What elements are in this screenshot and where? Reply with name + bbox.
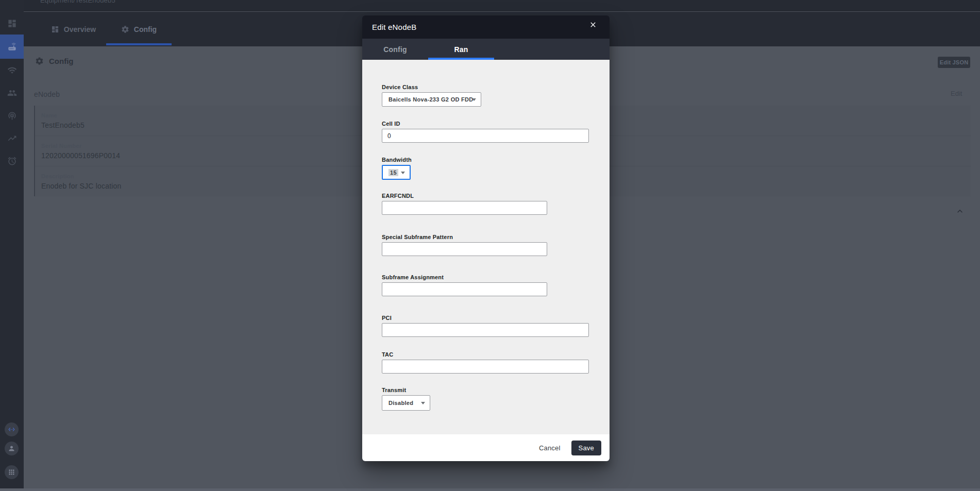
form-group-earfcndl: EARFCNDL — [382, 193, 547, 215]
bottom-strip — [0, 488, 980, 491]
gear-icon — [121, 25, 129, 33]
close-button[interactable] — [589, 21, 602, 34]
form-group-bandwidth: Bandwidth15 — [382, 157, 412, 180]
save-button[interactable]: Save — [571, 441, 601, 455]
sidebar-bottom-account[interactable] — [5, 442, 19, 455]
tab-config-label: Config — [134, 25, 157, 33]
form-group-pci: PCI — [382, 315, 589, 337]
gear-icon — [35, 57, 44, 65]
sidebar-item-trending[interactable] — [0, 127, 24, 149]
breadcrumb[interactable]: Equipment/TestEnodeb5 — [40, 0, 115, 4]
modal-tab-bar: Config Ran — [362, 39, 610, 60]
caret-down-icon — [421, 402, 425, 404]
sidebar-item-router[interactable] — [0, 35, 24, 59]
subframe-assignment-input[interactable] — [382, 282, 547, 296]
app-root: { "app": { "breadcrumb": "Equipment/Test… — [0, 0, 980, 491]
edit-link[interactable]: Edit — [951, 90, 962, 97]
field-label: PCI — [382, 315, 589, 321]
code-icon — [8, 426, 15, 433]
tac-input[interactable] — [382, 360, 589, 374]
field-label: Special Subframe Pattern — [382, 234, 547, 240]
tab-overview-label: Overview — [64, 25, 96, 33]
device-class-select[interactable]: Baicells Nova-233 G2 OD FDD — [382, 92, 481, 107]
top-bar: Equipment/TestEnodeb5 — [0, 0, 980, 11]
select-value: Disabled — [388, 400, 413, 406]
sidebar-item-dashboard[interactable] — [0, 12, 24, 35]
form-group-tac: TAC — [382, 352, 589, 374]
form-group-cell-id: Cell ID — [382, 121, 589, 143]
field-label: Subframe Assignment — [382, 275, 547, 280]
caret-down-icon — [401, 172, 405, 174]
pci-input[interactable] — [382, 323, 589, 337]
modal-body: Device ClassBaicells Nova-233 G2 OD FDDC… — [362, 60, 610, 434]
tab-overview[interactable]: Overview — [41, 12, 106, 46]
bandwidth-select[interactable]: 15 — [382, 165, 411, 180]
tab-config[interactable]: Config — [106, 12, 172, 46]
trending-icon — [7, 133, 17, 143]
field-label: EARFCNDL — [382, 193, 547, 199]
field-label: Bandwidth — [382, 157, 412, 163]
chevron-up-icon — [955, 206, 965, 216]
cancel-button[interactable]: Cancel — [539, 444, 561, 452]
podcast-icon — [7, 111, 17, 121]
edit-enodeb-modal: Edit eNodeB Config Ran Device ClassBaice… — [362, 15, 610, 461]
select-value: 15 — [388, 170, 398, 176]
router-icon — [7, 42, 17, 52]
dashboard-icon — [51, 25, 59, 33]
wifi-icon — [7, 65, 17, 75]
form-group-special-subframe-pattern: Special Subframe Pattern — [382, 234, 547, 256]
people-icon — [7, 88, 17, 98]
apps-icon — [8, 468, 15, 476]
earfcndl-input[interactable] — [382, 201, 547, 215]
close-icon — [589, 21, 602, 34]
caret-down-icon — [472, 98, 476, 101]
form-group-transmit: TransmitDisabled — [382, 387, 430, 411]
alarm-icon — [7, 156, 17, 166]
field-label: Device Class — [382, 84, 481, 90]
form-group-subframe-assignment: Subframe Assignment — [382, 275, 547, 296]
modal-tab-ran[interactable]: Ran — [428, 39, 494, 60]
sidebar-bottom-code[interactable] — [5, 422, 19, 436]
field-label: Transmit — [382, 387, 430, 393]
dashboard-icon — [7, 19, 17, 28]
sidebar-item-alarm[interactable] — [0, 149, 24, 172]
edit-json-button[interactable]: Edit JSON — [938, 57, 970, 68]
account-icon — [8, 445, 15, 452]
collapse-section-button[interactable] — [955, 206, 965, 216]
modal-tab-config[interactable]: Config — [362, 39, 428, 60]
sidebar-bottom-apps[interactable] — [5, 465, 19, 479]
special-subframe-pattern-input[interactable] — [382, 242, 547, 256]
sidebar — [0, 0, 24, 488]
transmit-select[interactable]: Disabled — [382, 395, 430, 411]
page-title-label: Config — [49, 57, 73, 65]
sidebar-item-wifi[interactable] — [0, 59, 24, 81]
sidebar-item-podcast[interactable] — [0, 104, 24, 127]
section-title: eNodeb — [34, 90, 60, 98]
modal-title: Edit eNodeB — [372, 23, 416, 31]
page-title: Config — [35, 57, 73, 65]
form-group-device-class: Device ClassBaicells Nova-233 G2 OD FDD — [382, 84, 481, 107]
select-value: Baicells Nova-233 G2 OD FDD — [388, 96, 474, 103]
cell-id-input[interactable] — [382, 129, 589, 143]
field-label: TAC — [382, 352, 589, 358]
sidebar-item-people[interactable] — [0, 81, 24, 104]
modal-header: Edit eNodeB — [362, 15, 610, 39]
field-label: Cell ID — [382, 121, 589, 127]
modal-footer: Cancel Save — [362, 434, 610, 461]
